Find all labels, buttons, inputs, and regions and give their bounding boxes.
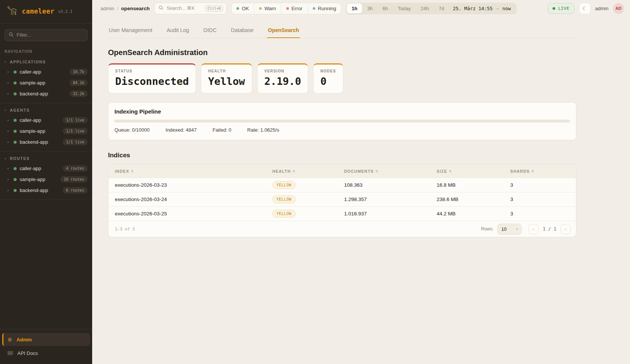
live-badge: 1/1 live — [63, 128, 88, 134]
section-header-agents[interactable]: ▾ AGENTS — [0, 106, 92, 115]
time-range-6h[interactable]: 6h — [378, 3, 393, 14]
tab-oidc[interactable]: OIDC — [202, 24, 217, 38]
chip-label: Running — [318, 6, 336, 11]
filter-input[interactable] — [17, 32, 83, 38]
table-row[interactable]: executions-2026-03-23 YELLOW 108.363 16.… — [108, 178, 576, 192]
time-range-1h[interactable]: 1h — [347, 3, 362, 14]
column-header-health[interactable]: HEALTH⇅ — [272, 169, 344, 174]
topbar: admin / opensearch Ctrl+K OK Warn Error — [92, 0, 630, 17]
avatar[interactable]: AD — [613, 3, 624, 14]
breadcrumb-admin[interactable]: admin — [100, 6, 114, 11]
status-dot-icon — [14, 141, 17, 144]
time-separator: — — [496, 6, 499, 11]
sidebar-item-sample-app-routes[interactable]: ▸ sample-app 16 routes — [0, 174, 92, 185]
sidebar-item-api-docs[interactable]: API Docs — [2, 347, 90, 359]
cell-shards: 3 — [510, 197, 576, 202]
sidebar-item-admin[interactable]: ⚙ Admin — [2, 333, 90, 346]
tab-database[interactable]: Database — [230, 24, 254, 38]
tab-audit-log[interactable]: Audit Log — [166, 24, 190, 38]
time-range-24h[interactable]: 24h — [416, 3, 434, 14]
table-row[interactable]: executions-2026-03-24 YELLOW 1.298.357 2… — [108, 192, 576, 206]
prev-page-button[interactable]: ‹ — [528, 224, 539, 234]
running-dot-icon — [313, 7, 315, 10]
time-range-display[interactable]: 25. März 14:55 — now — [449, 6, 516, 11]
chevron-right-icon: ▸ — [8, 167, 11, 170]
time-range-7d[interactable]: 7d — [434, 3, 449, 14]
section-header-applications[interactable]: ▾ APPLICATIONS — [0, 57, 92, 66]
sidebar-filter[interactable] — [5, 29, 88, 41]
admin-tabs: User Management Audit Log OIDC Database … — [108, 24, 576, 38]
cell-size: 238.6 MB — [437, 197, 510, 202]
tab-user-management[interactable]: User Management — [108, 24, 153, 38]
section-header-routes[interactable]: ▾ ROUTES — [0, 154, 92, 163]
live-badge: 1/1 live — [63, 139, 88, 145]
table-header: INDEX⇅ HEALTH⇅ DOCUMENTS⇅ SIZE⇅ SHARDS⇅ — [108, 164, 576, 178]
chevron-right-icon: ▸ — [8, 129, 11, 133]
chip-label: Error — [292, 6, 303, 11]
tab-opensearch[interactable]: OpenSearch — [267, 24, 300, 38]
status-dot-icon — [14, 130, 17, 133]
sidebar-item-backend-app-routes[interactable]: ▸ backend-app 6 routes — [0, 185, 92, 196]
rows-per-page-label: Rows: — [481, 226, 494, 232]
column-header-size[interactable]: SIZE⇅ — [437, 169, 510, 174]
sidebar-item-caller-app-agent[interactable]: ▸ caller-app 1/1 live — [0, 115, 92, 126]
warn-dot-icon — [259, 7, 262, 10]
status-dot-icon — [14, 189, 17, 192]
time-range-3h[interactable]: 3h — [362, 3, 377, 14]
cell-index: executions-2026-03-25 — [108, 211, 272, 217]
status-filter-warn[interactable]: Warn — [254, 3, 281, 14]
status-dot-icon — [14, 71, 17, 74]
status-dot-icon — [14, 178, 17, 181]
stat-label: HEALTH — [208, 69, 245, 73]
brand-name: cameleer — [22, 8, 54, 15]
sidebar-item-sample-app[interactable]: ▸ sample-app 84.1k — [0, 77, 92, 88]
column-header-documents[interactable]: DOCUMENTS⇅ — [344, 169, 437, 174]
search-input[interactable] — [167, 6, 202, 11]
user-name: admin — [595, 6, 608, 11]
sort-icon: ⇅ — [531, 169, 535, 173]
table-row[interactable]: executions-2026-03-25 YELLOW 1.016.937 4… — [108, 206, 576, 221]
count-badge: 84.1k — [69, 80, 88, 86]
time-range-today[interactable]: Today — [393, 3, 416, 14]
status-dot-icon — [14, 119, 17, 122]
sidebar-item-sample-app-agent[interactable]: ▸ sample-app 1/1 live — [0, 126, 92, 137]
section-title: ROUTES — [10, 156, 30, 161]
brand: cameleer v3.2.1 — [0, 0, 92, 24]
sidebar-item-backend-app-agent[interactable]: ▸ backend-app 1/1 live — [0, 137, 92, 147]
cell-index: executions-2026-03-23 — [108, 182, 272, 188]
live-label: LIVE — [558, 6, 570, 11]
cell-documents: 1.016.937 — [344, 211, 437, 217]
ok-dot-icon — [236, 7, 239, 10]
stat-label: STATUS — [115, 69, 189, 73]
status-filter-ok[interactable]: OK — [232, 3, 254, 14]
global-search[interactable]: Ctrl+K — [154, 3, 227, 14]
sidebar-item-caller-app[interactable]: ▸ caller-app 10.7k — [0, 66, 92, 77]
error-dot-icon — [286, 7, 289, 10]
theme-toggle-button[interactable]: ☾ — [579, 3, 591, 14]
column-header-shards[interactable]: SHARDS⇅ — [510, 169, 576, 174]
sidebar-item-caller-app-routes[interactable]: ▸ caller-app 4 routes — [0, 163, 92, 174]
sidebar-nav: ▾ APPLICATIONS ▸ caller-app 10.7k ▸ samp… — [0, 55, 92, 200]
search-icon — [9, 32, 14, 38]
section-routes: ▾ ROUTES ▸ caller-app 4 routes ▸ sample-… — [0, 152, 92, 200]
chevron-right-icon: ▸ — [8, 189, 11, 192]
pipeline-stat-queue: Queue: 0/10000 — [114, 127, 150, 133]
cell-size: 44.2 MB — [437, 211, 510, 217]
item-label: sample-app — [20, 177, 57, 182]
status-filter-running[interactable]: Running — [307, 3, 341, 14]
status-dot-icon — [14, 167, 17, 170]
sidebar-item-backend-app[interactable]: ▸ backend-app 32.2k — [0, 88, 92, 99]
chevron-right-icon: ▸ — [8, 70, 11, 74]
rows-per-page-select[interactable]: 10 ▾ — [497, 224, 522, 235]
sidebar-footer: ⚙ Admin API Docs — [0, 329, 92, 364]
table-footer: 1-3 of 3 Rows: 10 ▾ ‹ 1 / 1 › — [108, 221, 576, 237]
status-filter-error[interactable]: Error — [281, 3, 307, 14]
next-page-button[interactable]: › — [561, 224, 571, 234]
health-badge: YELLOW — [272, 181, 296, 189]
indices-title: Indices — [108, 152, 576, 159]
health-badge: YELLOW — [272, 210, 296, 218]
item-label: caller-app — [20, 69, 66, 75]
live-toggle[interactable]: LIVE — [548, 3, 574, 14]
sidebar: cameleer v3.2.1 NAVIGATION ▾ APPLICATION… — [0, 0, 92, 364]
column-header-index[interactable]: INDEX⇅ — [108, 169, 272, 174]
